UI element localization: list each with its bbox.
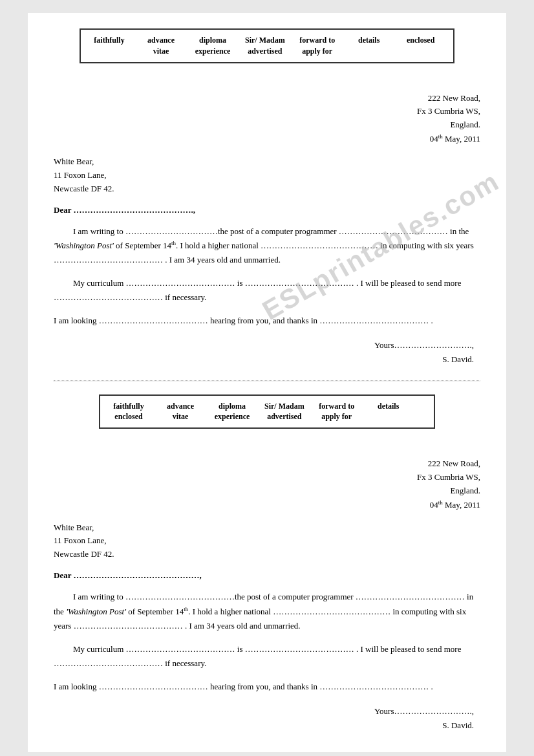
word-forward-2: forward to apply for bbox=[317, 401, 356, 423]
sender-line2-1: 11 Foxon Lane, bbox=[54, 169, 480, 182]
dear-line-1: Dear ……………………………………., bbox=[54, 205, 480, 215]
para1-2: I am writing to …………………………………the post of… bbox=[54, 590, 480, 633]
word-faithfully-2: faithfully enclosed bbox=[109, 401, 148, 423]
word-diploma-1: diploma experience bbox=[193, 35, 232, 57]
word-details-1: details bbox=[350, 35, 389, 57]
address-line2-1: Fx 3 Cumbria WS, bbox=[54, 105, 480, 118]
para1-1: I am writing to ……………………………the post of a… bbox=[54, 224, 480, 268]
word-enclosed-1: enclosed bbox=[401, 35, 440, 57]
word-sirmadam-2: Sir/ Madam advertised bbox=[264, 401, 304, 423]
word-details-2: details bbox=[369, 401, 408, 423]
closing-line2-1: S. David. bbox=[54, 352, 474, 367]
sender-line2-2: 11 Foxon Lane, bbox=[54, 534, 480, 548]
word-advance-vitae-1: advance vitae bbox=[142, 35, 180, 57]
word-faithfully-1: faithfully bbox=[90, 35, 129, 57]
address-left-1: White Bear, 11 Foxon Lane, Newcastle DF … bbox=[54, 155, 480, 195]
closing-1: Yours………………………., S. David. bbox=[54, 338, 480, 367]
address-line2-2: Fx 3 Cumbria WS, bbox=[54, 471, 480, 484]
para2-1: My curriculum ………………………………… is ………………………… bbox=[54, 276, 480, 305]
address-right-1: 222 New Road, Fx 3 Cumbria WS, England. … bbox=[54, 92, 480, 147]
closing-line2-2: S. David. bbox=[54, 718, 474, 733]
closing-line1-2: Yours………………………., bbox=[54, 704, 474, 718]
sender-line3-1: Newcastle DF 42. bbox=[54, 182, 480, 196]
para2-2: My curriculum ………………………………… is ………………………… bbox=[54, 642, 480, 671]
address-line4-2: 04th May, 2011 bbox=[54, 498, 480, 512]
word-forward-1: forward to apply for bbox=[298, 35, 337, 57]
address-line1-1: 222 New Road, bbox=[54, 92, 480, 105]
address-line3-1: England. bbox=[54, 118, 480, 132]
word-diploma-2: diploma experience bbox=[213, 401, 251, 423]
address-right-2: 222 New Road, Fx 3 Cumbria WS, England. … bbox=[54, 457, 480, 512]
sender-line1-1: White Bear, bbox=[54, 155, 480, 169]
para3-2: I am looking ………………………………… hearing from … bbox=[54, 680, 480, 694]
word-advance-vitae-2: advance vitae bbox=[161, 401, 200, 423]
wordbox-2: faithfully enclosed advance vitae diplom… bbox=[99, 394, 435, 429]
sender-line3-2: Newcastle DF 42. bbox=[54, 548, 480, 561]
closing-line1-1: Yours………………………., bbox=[54, 338, 474, 352]
word-sirmadam-1: Sir/ Madam advertised bbox=[245, 35, 285, 57]
para3-1: I am looking ………………………………… hearing from … bbox=[54, 314, 480, 328]
wordbox-1: faithfully advance vitae diploma experie… bbox=[80, 28, 454, 63]
address-line3-2: England. bbox=[54, 484, 480, 498]
dear-line-2: Dear ………………………………………, bbox=[54, 570, 480, 581]
address-left-2: White Bear, 11 Foxon Lane, Newcastle DF … bbox=[54, 521, 480, 561]
sender-line1-2: White Bear, bbox=[54, 521, 480, 535]
full-page: faithfully advance vitae diploma experie… bbox=[28, 13, 506, 752]
closing-2: Yours………………………., S. David. bbox=[54, 704, 480, 733]
section-divider bbox=[54, 380, 480, 382]
address-line4-1: 04th May, 2011 bbox=[54, 132, 480, 146]
address-line1-2: 222 New Road, bbox=[54, 457, 480, 471]
